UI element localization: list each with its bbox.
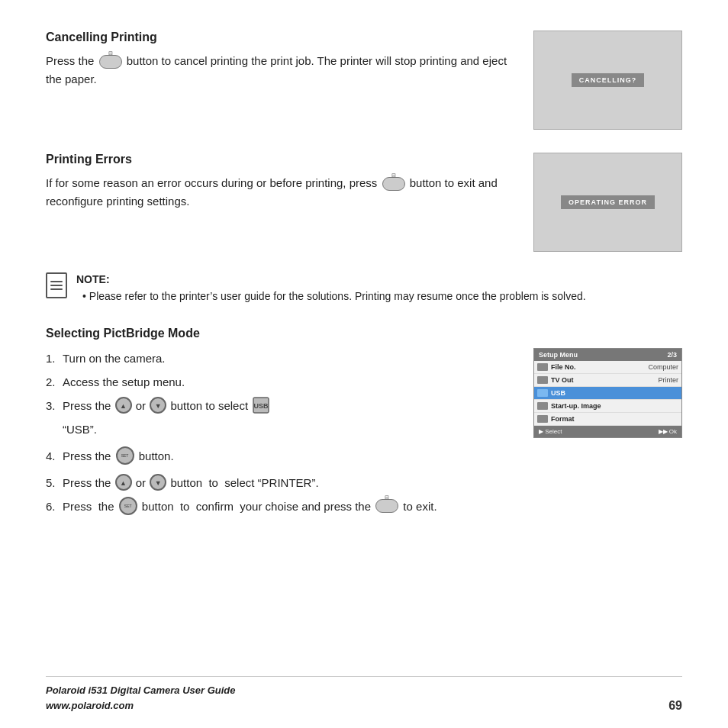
note-title: NOTE: [76,273,110,285]
set-button-icon-step6 [119,497,137,515]
step-4: 4. Press the button. [46,446,518,466]
set-button-icon-step4 [116,446,134,465]
row-icon-fileno [537,363,548,371]
row-label-tvout: TV Out [551,376,655,384]
row-icon-tvout [537,376,548,384]
cancel-title: Cancelling Printing [46,31,511,44]
setup-menu-row-startup: Start-up. Image [534,400,681,413]
page-number: 69 [668,699,682,713]
pictbridge-steps: 1. Turn on the camera. 2. Access the set… [46,348,533,520]
pictbridge-title: Selecting PictBridge Mode [46,327,682,340]
pictbridge-section: Selecting PictBridge Mode 1. Turn on the… [46,327,682,520]
setup-menu-mockup: Setup Menu 2/3 File No. Computer TV Out … [533,348,682,438]
step-3-cont: “USB”. [63,419,518,440]
down-button-icon-step5: ▼ [150,474,166,491]
errors-section-text: Printing Errors If for some reason an er… [46,153,533,211]
step-6: 6. Press the button to confirm your choi… [46,496,518,517]
cancel-button-icon-step6 [375,499,398,513]
setup-menu-page: 2/3 [667,351,677,359]
step-1: 1. Turn on the camera. [46,348,518,369]
errors-body: If for some reason an error occurs durin… [46,174,511,211]
footer-select: ▶ Select [539,428,562,435]
row-label-fileno: File No. [551,363,645,371]
cancel-section-text: Cancelling Printing Press the button to … [46,31,533,89]
footer-line2: www.polaroid.com [46,698,236,714]
note-box: NOTE: • Please refer to the printer’s us… [46,271,682,305]
errors-cancel-button-icon [382,177,405,191]
down-button-icon-step3: ▼ [150,397,166,414]
up-button-icon-step5: ▲ [115,474,132,491]
setup-menu-footer: ▶ Select ▶▶ Ok [534,426,681,437]
setup-menu-row-fileno: File No. Computer [534,361,681,374]
errors-screen-label: OPERATING ERROR [561,195,655,209]
page-footer: Polaroid i531 Digital Camera User Guide … [46,676,682,713]
errors-screen-mockup: OPERATING ERROR [533,153,682,252]
row-value-tvout: Printer [658,376,678,384]
cancel-body: Press the button to cancel printing the … [46,52,511,89]
row-icon-format [537,415,548,423]
cancel-screen-label: CANCELLING? [572,73,645,87]
setup-menu-header: Setup Menu 2/3 [534,349,681,361]
setup-menu-row-tvout: TV Out Printer [534,374,681,387]
footer-text: Polaroid i531 Digital Camera User Guide … [46,683,236,713]
errors-title: Printing Errors [46,153,511,166]
usb-icon-step3: USB [253,397,269,414]
footer-ok: ▶▶ Ok [659,428,677,435]
row-label-usb: USB [551,389,675,397]
step-2: 2. Access the setup menu. [46,372,518,392]
pictbridge-content: 1. Turn on the camera. 2. Access the set… [46,348,682,520]
note-icon [46,272,67,298]
note-content: NOTE: • Please refer to the printer’s us… [76,271,586,305]
row-value-fileno: Computer [648,363,678,371]
row-label-startup: Start-up. Image [551,402,675,410]
note-bullet: • Please refer to the printer’s user gui… [82,290,586,302]
step-5: 5. Press the ▲ or ▼ button to select “PR… [46,472,518,493]
row-icon-usb [537,389,548,397]
cancel-screen-mockup: CANCELLING? [533,31,682,130]
row-label-format: Format [551,415,675,423]
up-button-icon-step3: ▲ [115,397,132,414]
steps-list: 1. Turn on the camera. 2. Access the set… [46,348,518,517]
svg-text:USB: USB [254,402,269,410]
setup-menu-row-format: Format [534,413,681,426]
row-icon-startup [537,402,548,410]
cancel-button-icon [99,55,122,69]
setup-menu-row-usb: USB [534,387,681,400]
footer-line1: Polaroid i531 Digital Camera User Guide [46,683,236,698]
step-3: 3. Press the ▲ or ▼ button to select USB [46,395,518,416]
setup-menu-title: Setup Menu [539,351,578,359]
